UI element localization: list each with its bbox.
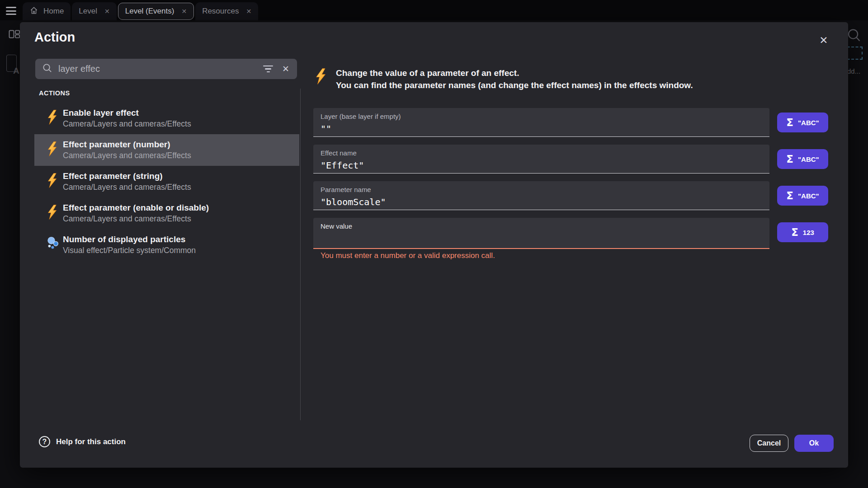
expression-type-label: "ABC" [798,119,819,127]
field-row-effect-name: Effect name "Effect" Σ "ABC" [313,145,834,174]
search-input[interactable] [58,64,263,74]
action-item-enable-layer-effect[interactable]: Enable layer effect Camera/Layers and ca… [34,103,299,134]
parameter-fields: Layer (base layer if empty) "" Σ "ABC" E… [313,108,834,260]
dialog-title: Action [34,30,75,45]
action-description: Change the value of a parameter of an ef… [313,67,834,91]
tab-strip: Home Level ✕ Level (Events) ✕ Resources … [23,2,258,20]
description-line-2: You can find the parameter names (and ch… [336,79,693,91]
magnifier-icon [42,63,52,75]
particles-icon [47,236,59,251]
letter-fragment: A [13,66,19,76]
menu-icon[interactable] [6,7,16,17]
validation-error-text: You must enter a number or a valid expre… [321,251,834,260]
field-row-parameter-name: Parameter name "bloomScale" Σ "ABC" [313,181,834,210]
clear-search-icon[interactable]: ✕ [282,64,289,74]
ok-button[interactable]: Ok [794,435,834,452]
layer-field[interactable]: Layer (base layer if empty) "" [313,108,769,137]
action-item-effect-parameter-number[interactable]: Effect parameter (number) Camera/Layers … [34,134,299,166]
action-list: Enable layer effect Camera/Layers and ca… [34,103,299,261]
tab-close-icon[interactable]: ✕ [104,8,110,15]
action-detail-panel: Change the value of a parameter of an ef… [313,67,834,91]
lightning-bolt-icon [47,173,59,190]
overflow-text-fragment: dd... [847,67,860,75]
action-item-number-of-displayed-particles[interactable]: Number of displayed particles Visual eff… [34,229,299,261]
parameter-name-field[interactable]: Parameter name "bloomScale" [313,181,769,210]
action-search-box: ✕ [35,59,297,79]
action-item-title: Effect parameter (number) [63,139,191,150]
tab-home[interactable]: Home [23,2,71,20]
app-background: Home Level ✕ Level (Events) ✕ Resources … [0,0,868,488]
dialog-actions: Cancel Ok [750,435,834,452]
tab-bar: Home Level ✕ Level (Events) ✕ Resources … [0,0,868,20]
sigma-icon: Σ [786,190,793,202]
expression-type-label: "ABC" [798,155,819,163]
sigma-icon: Σ [786,117,793,128]
effect-name-field[interactable]: Effect name "Effect" [313,145,769,174]
help-button[interactable]: ? Help for this action [39,436,126,447]
action-dialog: Action ✕ ✕ ACTIONS Enable layer effect C… [20,22,848,468]
field-row-layer: Layer (base layer if empty) "" Σ "ABC" [313,108,834,137]
field-value[interactable]: "Effect" [321,160,762,171]
action-item-path: Camera/Layers and cameras/Effects [63,214,209,224]
field-value[interactable]: "bloomScale" [321,197,762,207]
filter-icon[interactable] [263,66,274,72]
expression-type-label: 123 [803,229,814,236]
expression-builder-button[interactable]: Σ "ABC" [777,113,828,132]
sigma-icon: Σ [791,226,798,238]
action-item-effect-parameter-string[interactable]: Effect parameter (string) Camera/Layers … [34,166,299,197]
action-item-path: Camera/Layers and cameras/Effects [63,150,191,161]
tab-close-icon[interactable]: ✕ [246,8,251,15]
tab-level[interactable]: Level ✕ [72,2,116,20]
field-label: Effect name [321,149,762,157]
expression-builder-button[interactable]: Σ 123 [777,222,828,242]
field-label: New value [321,222,762,230]
field-label: Parameter name [321,186,762,193]
action-item-effect-parameter-enable[interactable]: Effect parameter (enable or disable) Cam… [34,197,299,229]
tab-resources[interactable]: Resources ✕ [195,2,258,20]
action-item-title: Effect parameter (string) [63,171,191,182]
question-mark-icon: ? [39,436,50,447]
expression-type-label: "ABC" [798,192,819,200]
expression-builder-button[interactable]: Σ "ABC" [777,149,828,169]
close-icon[interactable]: ✕ [815,31,833,49]
help-label: Help for this action [56,437,126,446]
tab-label: Home [43,7,64,16]
layout-grid-icon[interactable] [9,30,20,41]
tab-close-icon[interactable]: ✕ [181,8,187,15]
sigma-icon: Σ [786,153,793,165]
lightning-bolt-icon [47,141,59,158]
expression-builder-button[interactable]: Σ "ABC" [777,186,828,206]
search-icon[interactable] [847,28,861,44]
field-row-new-value: New value Σ 123 [313,218,834,249]
action-item-path: Camera/Layers and cameras/Effects [63,119,191,129]
actions-section-header: ACTIONS [39,89,70,97]
lightning-bolt-icon [47,110,59,127]
field-value[interactable] [321,233,762,244]
tab-level-events[interactable]: Level (Events) ✕ [118,3,194,20]
action-item-title: Effect parameter (enable or disable) [63,202,209,213]
action-item-path: Camera/Layers and cameras/Effects [63,182,191,192]
action-item-title: Number of displayed particles [63,234,196,245]
field-value[interactable]: "" [321,123,762,134]
lightning-bolt-icon [315,68,326,91]
home-icon [29,6,38,17]
tab-label: Resources [202,7,239,16]
tab-label: Level (Events) [125,7,175,16]
cancel-button[interactable]: Cancel [750,435,788,452]
panel-divider [300,89,301,420]
description-line-1: Change the value of a parameter of an ef… [336,67,693,79]
lightning-bolt-icon [47,205,59,221]
field-label: Layer (base layer if empty) [321,113,762,120]
tab-label: Level [79,7,97,16]
action-item-path: Visual effect/Particle system/Common [63,245,196,256]
new-value-field[interactable]: New value [313,218,769,249]
action-item-title: Enable layer effect [63,108,191,118]
